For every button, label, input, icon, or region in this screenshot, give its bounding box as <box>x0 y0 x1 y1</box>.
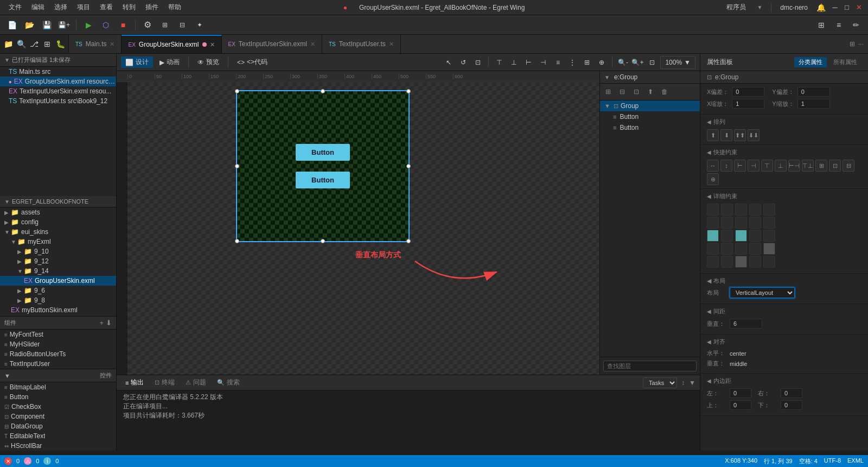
props-tab-all[interactable]: 所有属性 <box>829 57 861 67</box>
design-mode-button[interactable]: ⬜ 设计 <box>121 56 153 68</box>
align-hcenter[interactable]: ≡ <box>551 56 564 69</box>
tree-eui-skins[interactable]: ▼ 📁 eui_skins <box>0 227 116 237</box>
more-tabs-icon[interactable]: ··· <box>858 40 864 48</box>
cc-4-1[interactable] <box>721 256 733 268</box>
cc-4-4[interactable] <box>763 256 775 268</box>
snap-tool[interactable]: ⊕ <box>595 56 608 69</box>
cc-2-4[interactable] <box>763 230 775 242</box>
tree-9-8[interactable]: ▶ 📁 9_8 <box>0 295 116 305</box>
open-file-textinputuserskin[interactable]: EX TextInputUserSkin.exml resou... <box>0 86 116 96</box>
menu-file[interactable]: 文件 <box>4 2 26 13</box>
layout-btn-2[interactable]: ≡ <box>831 17 846 33</box>
cc-3-4[interactable] <box>763 243 775 255</box>
preview-mode-button[interactable]: 👁 预览 <box>193 56 224 68</box>
bottom-tab-terminal[interactable]: ⊡ 终端 <box>150 377 179 388</box>
layer-tool-5[interactable]: 🗑 <box>659 86 671 98</box>
align-top[interactable]: ⊤ <box>493 56 506 69</box>
control-component[interactable]: ⊡ Component <box>0 412 116 421</box>
zoom-reset-tool[interactable]: ⊡ <box>646 56 659 69</box>
tasks-select[interactable]: Tasks <box>643 377 677 388</box>
tab-groupuserskin-close[interactable]: ✕ <box>210 41 215 48</box>
cc-3-1[interactable] <box>721 243 733 255</box>
qc-btn-5[interactable]: ⊤ <box>761 160 773 172</box>
toolbar-extra-2[interactable]: ⊟ <box>175 17 190 33</box>
tree-9-6[interactable]: ▶ 📁 9_6 <box>0 286 116 295</box>
stop-button[interactable]: ■ <box>116 17 131 33</box>
arrange-btn-3[interactable]: ⬆⬆ <box>734 129 746 141</box>
layer-tool-1[interactable]: ⊞ <box>602 86 614 98</box>
tab-groupuserskin[interactable]: EX GroupUserSkin.exml ✕ <box>122 35 221 53</box>
props-bottom-input[interactable] <box>781 400 802 410</box>
close-button[interactable]: ✕ <box>854 3 864 12</box>
menu-goto[interactable]: 转到 <box>118 2 140 13</box>
cc-2-1[interactable] <box>721 230 733 242</box>
menu-edit[interactable]: 编辑 <box>27 2 49 13</box>
props-left-input[interactable] <box>730 388 751 398</box>
refresh-tool[interactable]: ↺ <box>457 56 470 69</box>
tab-main-ts[interactable]: TS Main.ts ✕ <box>69 35 122 53</box>
cc-1-1[interactable] <box>721 217 733 229</box>
align-vcenter[interactable]: ⋮ <box>566 56 579 69</box>
cc-0-3[interactable] <box>749 204 761 216</box>
layer-tool-4[interactable]: ⬆ <box>644 86 656 98</box>
control-button[interactable]: ≡ Button <box>0 392 116 402</box>
qc-btn-2[interactable]: ↕ <box>720 160 732 172</box>
layer-tool-2[interactable]: ⊟ <box>616 86 628 98</box>
cc-4-2[interactable] <box>735 256 747 268</box>
cc-0-2[interactable] <box>735 204 747 216</box>
props-x-input[interactable] <box>732 87 764 97</box>
open-file-textinputuser-ts[interactable]: TS TextInputUser.ts src\Book9_12 <box>0 96 116 106</box>
canvas-button-1[interactable]: Button <box>296 144 350 161</box>
qc-btn-7[interactable]: ⊢⊣ <box>788 160 800 172</box>
toolbar-extra-1[interactable]: ⊞ <box>157 17 173 33</box>
tree-9-12[interactable]: ▶ 📁 9_12 <box>0 256 116 266</box>
arrange-btn-4[interactable]: ⬇⬇ <box>748 129 760 141</box>
new-file-button[interactable]: 📄 <box>4 17 20 33</box>
info-count-badge[interactable]: i <box>43 457 51 465</box>
run-button[interactable]: ▶ <box>81 17 96 33</box>
canvas-content[interactable]: Button Button 垂直布局方式 <box>127 82 599 375</box>
qc-btn-11[interactable]: ⊟ <box>843 160 854 172</box>
minimize-button[interactable]: ─ <box>830 3 840 12</box>
qc-btn-1[interactable]: ↔ <box>707 160 719 172</box>
qc-btn-3[interactable]: ⊢ <box>734 160 746 172</box>
layout-btn-3[interactable]: ✏ <box>848 17 864 33</box>
warn-count-badge[interactable]: ⚠ <box>24 457 31 465</box>
tab-textinputuserskin[interactable]: EX TextInputUserSkin.exml ✕ <box>222 35 322 53</box>
extensions-icon[interactable]: ⊞ <box>41 38 53 50</box>
menu-help[interactable]: 帮助 <box>164 2 186 13</box>
cc-0-1[interactable] <box>721 204 733 216</box>
canvas-button-2[interactable]: Button <box>296 172 350 188</box>
layer-tool-3[interactable]: ⊡ <box>630 86 642 98</box>
tab-textinputuser-ts-close[interactable]: ✕ <box>389 41 394 48</box>
bottom-sort-icon[interactable]: ↕ <box>681 379 685 387</box>
toolbar-extra-3[interactable]: ✦ <box>192 17 207 33</box>
props-yscale-input[interactable] <box>797 99 830 109</box>
control-editabletext[interactable]: T EditableText <box>0 431 116 441</box>
add-component-icon[interactable]: + <box>99 319 104 327</box>
props-y-input[interactable] <box>797 87 830 97</box>
props-xscale-input[interactable] <box>732 99 764 109</box>
cc-3-3[interactable] <box>749 243 761 255</box>
qc-btn-4[interactable]: ⊣ <box>748 160 760 172</box>
debug-icon-sidebar[interactable]: 🐛 <box>54 38 66 50</box>
control-bitmaplabel[interactable]: ≡ BitmapLabel <box>0 382 116 392</box>
bottom-expand-icon[interactable]: ▼ <box>689 379 695 387</box>
bottom-tab-problems[interactable]: ⚠ 问题 <box>181 377 210 388</box>
menu-project[interactable]: 项目 <box>73 2 94 13</box>
qc-btn-8[interactable]: ⊤⊥ <box>802 160 814 172</box>
open-file-groupuserskin[interactable]: ● EX GroupUserSkin.exml resource... <box>0 77 116 86</box>
cc-2-2[interactable] <box>735 230 747 242</box>
explorer-icon[interactable]: 📁 <box>2 38 14 50</box>
cc-1-4[interactable] <box>763 217 775 229</box>
error-count-badge[interactable]: ✕ <box>4 457 12 465</box>
layer-button-2[interactable]: ≡ Button <box>600 122 700 133</box>
tree-assets[interactable]: ▶ 📁 assets <box>0 207 116 217</box>
source-control-icon[interactable]: ⎇ <box>28 38 40 50</box>
qc-btn-12[interactable]: ⊕ <box>707 173 719 185</box>
cc-3-2[interactable] <box>735 243 747 255</box>
layer-button-1[interactable]: ≡ Button <box>600 111 700 122</box>
code-mode-button[interactable]: <> <>代码 <box>233 56 272 68</box>
props-right-input[interactable] <box>781 388 802 398</box>
props-layout-select[interactable]: VerticalLayout <box>730 287 795 298</box>
